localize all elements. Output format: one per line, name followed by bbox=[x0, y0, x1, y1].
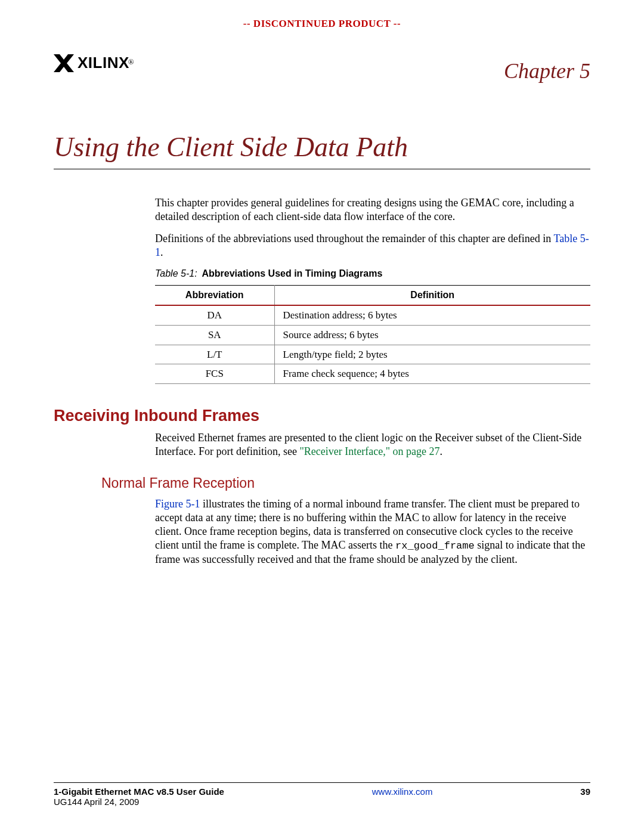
table-header-abbreviation: Abbreviation bbox=[155, 285, 274, 305]
abbr-cell: DA bbox=[155, 305, 274, 325]
chapter-label: Chapter 5 bbox=[504, 58, 590, 83]
discontinued-banner: -- DISCONTINUED PRODUCT -- bbox=[54, 18, 590, 30]
table-caption: Table 5-1: Abbreviations Used in Timing … bbox=[155, 268, 590, 280]
def-cell: Destination address; 6 bytes bbox=[274, 305, 590, 325]
table-row: SA Source address; 6 bytes bbox=[155, 325, 590, 345]
receiver-interface-link[interactable]: "Receiver Interface," on page 27 bbox=[299, 445, 439, 457]
logo-registered: ® bbox=[128, 57, 134, 66]
svg-marker-0 bbox=[54, 54, 74, 72]
receiving-paragraph: Received Ethernet frames are presented t… bbox=[155, 431, 590, 459]
footer-doc-date: UG144 April 24, 2009 bbox=[54, 797, 224, 807]
logo-text: XILINX bbox=[78, 54, 129, 72]
intro-paragraph-2: Definitions of the abbreviations used th… bbox=[155, 232, 590, 259]
table-row: FCS Frame check sequence; 4 bytes bbox=[155, 364, 590, 384]
abbr-cell: FCS bbox=[155, 364, 274, 384]
table-caption-title: Abbreviations Used in Timing Diagrams bbox=[200, 268, 383, 278]
table-row: L/T Length/type field; 2 bytes bbox=[155, 345, 590, 364]
page-footer: 1-Gigabit Ethernet MAC v8.5 User Guide U… bbox=[54, 782, 590, 807]
rx-good-frame-signal: rx_good_frame bbox=[395, 540, 475, 552]
def-cell: Source address; 6 bytes bbox=[274, 325, 590, 345]
chapter-title: Using the Client Side Data Path bbox=[54, 131, 590, 163]
footer-page-number: 39 bbox=[580, 786, 590, 797]
table-header-definition: Definition bbox=[274, 285, 590, 305]
figure-5-1-link[interactable]: Figure 5-1 bbox=[155, 498, 200, 510]
heading-normal-frame-reception: Normal Frame Reception bbox=[101, 475, 590, 491]
recv-text-b: . bbox=[440, 445, 443, 457]
footer-guide-title: 1-Gigabit Ethernet MAC v8.5 User Guide bbox=[54, 786, 224, 797]
def-cell: Frame check sequence; 4 bytes bbox=[274, 364, 590, 384]
abbr-cell: SA bbox=[155, 325, 274, 345]
xilinx-logo: XILINX® bbox=[54, 54, 134, 72]
footer-url-link[interactable]: www.xilinx.com bbox=[372, 786, 433, 797]
table-row: DA Destination address; 6 bytes bbox=[155, 305, 590, 325]
abbr-cell: L/T bbox=[155, 345, 274, 364]
heading-receiving-inbound-frames: Receiving Inbound Frames bbox=[54, 407, 590, 425]
intro-p2-text-a: Definitions of the abbreviations used th… bbox=[155, 233, 553, 244]
normal-frame-paragraph: Figure 5-1 illustrates the timing of a n… bbox=[155, 497, 590, 566]
intro-p2-text-b: . bbox=[160, 246, 163, 258]
intro-paragraph-1: This chapter provides general guidelines… bbox=[155, 196, 590, 224]
abbreviations-table: Abbreviation Definition DA Destination a… bbox=[155, 285, 590, 384]
def-cell: Length/type field; 2 bytes bbox=[274, 345, 590, 364]
xilinx-x-icon bbox=[54, 54, 74, 72]
table-caption-prefix: Table 5-1: bbox=[155, 268, 197, 278]
title-rule bbox=[54, 169, 590, 169]
